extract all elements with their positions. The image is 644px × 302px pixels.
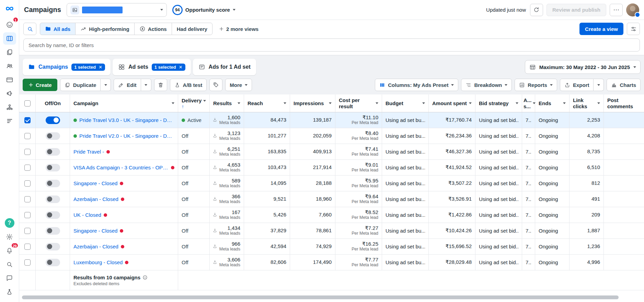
- tab-campaigns[interactable]: Campaigns 1 selected ✕: [23, 59, 111, 75]
- view-tab-had-delivery[interactable]: Had delivery: [172, 23, 212, 35]
- column-header-off-on[interactable]: Off/On: [36, 94, 70, 112]
- campaign-toggle[interactable]: [46, 180, 60, 187]
- campaign-link[interactable]: Singapore - Closed: [73, 180, 117, 186]
- column-header-impressions[interactable]: Impressions: [290, 94, 335, 112]
- row-checkbox[interactable]: [24, 149, 31, 155]
- refresh-button[interactable]: [530, 4, 543, 16]
- more-options-button[interactable]: ⋯: [610, 4, 623, 16]
- row-checkbox[interactable]: [24, 244, 31, 250]
- notifications-button[interactable]: 29: [3, 244, 16, 257]
- edit-dropdown-button[interactable]: [141, 79, 151, 91]
- row-checkbox[interactable]: [24, 133, 31, 139]
- edit-button[interactable]: Edit: [114, 79, 141, 91]
- row-checkbox[interactable]: [24, 165, 31, 171]
- column-header-ends[interactable]: Ends: [535, 94, 570, 112]
- row-checkbox[interactable]: [24, 117, 31, 123]
- sidebar-item-events-manager[interactable]: [3, 101, 16, 113]
- sidebar-item-advertise[interactable]: [3, 87, 16, 100]
- campaign-link[interactable]: Pride Travel -: [73, 149, 104, 155]
- ad-sets-selected-badge[interactable]: 1 selected ✕: [152, 64, 185, 71]
- columns-button[interactable]: Columns: My Ads Preset: [375, 79, 458, 91]
- campaign-toggle[interactable]: [46, 243, 60, 250]
- avatar[interactable]: [626, 3, 639, 16]
- campaign-toggle[interactable]: [46, 227, 60, 235]
- download-icon[interactable]: [212, 212, 217, 218]
- download-icon[interactable]: [212, 259, 217, 265]
- sidebar-item-account-overview[interactable]: 1: [3, 19, 16, 31]
- date-range-selector[interactable]: Maximum: 30 May 2022 - 30 Jun 2025: [525, 60, 641, 74]
- tag-button[interactable]: [209, 79, 222, 91]
- column-header-bid-strategy[interactable]: Bid strategy: [475, 94, 522, 112]
- create-button[interactable]: Create: [23, 79, 57, 91]
- campaign-link[interactable]: Azerbaijan - Closed: [73, 196, 118, 202]
- download-icon[interactable]: [212, 180, 217, 186]
- chevron-down-icon[interactable]: [329, 102, 332, 104]
- ab-test-button[interactable]: A/B test: [170, 79, 207, 91]
- column-header-reach[interactable]: Reach: [244, 94, 290, 112]
- info-icon[interactable]: [142, 275, 148, 280]
- campaigns-selected-badge[interactable]: 1 selected ✕: [71, 64, 105, 71]
- clear-selection-icon[interactable]: ✕: [99, 65, 102, 70]
- more-views-button[interactable]: 2 more views: [216, 26, 261, 32]
- column-header-budget[interactable]: Budget: [382, 94, 429, 112]
- duplicate-dropdown-button[interactable]: [101, 79, 111, 91]
- meta-logo[interactable]: [4, 4, 15, 13]
- sidebar-item-billing[interactable]: [3, 74, 16, 86]
- campaign-toggle[interactable]: [46, 195, 60, 203]
- opportunity-score[interactable]: 94 Opportunity score: [172, 5, 235, 15]
- tab-ad-sets[interactable]: Ad sets 1 selected ✕: [113, 59, 191, 75]
- help-button[interactable]: ?: [3, 217, 16, 229]
- campaign-toggle[interactable]: [46, 148, 60, 156]
- chevron-down-icon[interactable]: [422, 102, 425, 104]
- chevron-down-icon[interactable]: [376, 102, 378, 104]
- campaign-link[interactable]: Singapore - Closed: [73, 228, 117, 234]
- clear-selection-icon[interactable]: ✕: [179, 65, 183, 70]
- experiments-button[interactable]: [3, 286, 16, 298]
- more-actions-button[interactable]: More: [225, 79, 252, 91]
- chevron-down-icon[interactable]: [284, 102, 286, 104]
- chevron-down-icon[interactable]: [238, 102, 240, 104]
- export-button[interactable]: Export: [560, 79, 594, 91]
- sidebar-search-button[interactable]: [3, 258, 16, 270]
- reports-button[interactable]: Reports: [515, 79, 557, 91]
- download-icon[interactable]: [212, 133, 217, 139]
- search-input[interactable]: [23, 38, 640, 52]
- chevron-down-icon[interactable]: [597, 102, 600, 104]
- campaign-toggle[interactable]: [46, 259, 60, 266]
- export-dropdown-button[interactable]: [594, 79, 604, 91]
- column-header-delivery[interactable]: Delivery ↑: [178, 94, 210, 112]
- download-icon[interactable]: [212, 244, 217, 249]
- account-selector[interactable]: [67, 3, 167, 17]
- sidebar-item-audiences[interactable]: [3, 60, 16, 72]
- charts-button[interactable]: Charts: [607, 79, 641, 91]
- column-header-link-clicks[interactable]: Link clicks: [570, 94, 604, 112]
- download-icon[interactable]: [212, 165, 217, 170]
- chevron-down-icon[interactable]: [203, 100, 206, 102]
- campaign-link[interactable]: Azerbaijan - Closed: [73, 244, 118, 249]
- campaign-link[interactable]: Pride Travel V3.0 - UK - Singapore - Dub…: [79, 117, 174, 123]
- chevron-down-icon[interactable]: [172, 102, 174, 104]
- column-header-results[interactable]: Results: [210, 94, 244, 112]
- download-icon[interactable]: [212, 228, 217, 234]
- sidebar-item-all-tools[interactable]: [3, 115, 16, 127]
- duplicate-button[interactable]: Duplicate: [60, 79, 101, 91]
- chevron-down-icon[interactable]: [469, 102, 472, 104]
- campaign-link[interactable]: VISA Ads Campaign - 3 Countries - OPEN: [73, 165, 169, 170]
- review-and-publish-button[interactable]: Review and publish: [547, 4, 606, 16]
- column-header-attribution-setting[interactable]: A... s...: [522, 94, 535, 112]
- download-icon[interactable]: [212, 117, 217, 123]
- download-icon[interactable]: [212, 196, 217, 202]
- chevron-down-icon[interactable]: [563, 102, 566, 104]
- campaign-toggle[interactable]: [46, 211, 60, 219]
- settings-button[interactable]: [3, 231, 16, 243]
- create-a-view-button[interactable]: Create a view: [579, 23, 623, 35]
- horizontal-scrollbar-thumb[interactable]: [22, 295, 619, 299]
- column-header-campaign[interactable]: Campaign: [70, 94, 178, 112]
- view-tab-actions[interactable]: Actions: [134, 23, 172, 35]
- row-checkbox[interactable]: [24, 196, 31, 202]
- download-icon[interactable]: [212, 149, 217, 155]
- campaign-toggle[interactable]: [46, 116, 60, 124]
- view-tab-high-performing[interactable]: High-performing: [75, 23, 135, 35]
- column-header-post-comments[interactable]: Post comments: [604, 94, 644, 112]
- tab-ads[interactable]: Ads for 1 Ad set: [193, 59, 256, 75]
